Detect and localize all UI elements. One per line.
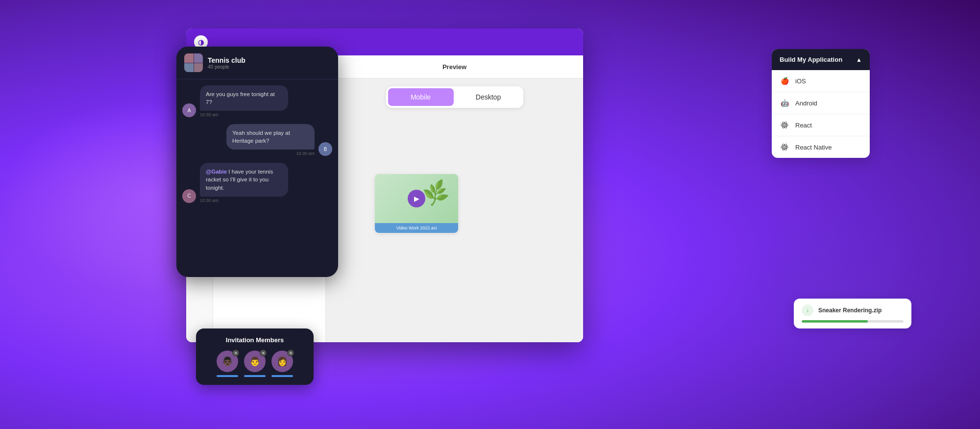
member-item-2: 👨 ✕ (244, 351, 266, 377)
msg-mention: @Gabie (206, 169, 227, 175)
msg-time-1: 10:30 am (200, 112, 288, 117)
group-name: Tennis club (208, 56, 245, 64)
tab-mobile[interactable]: Mobile (388, 88, 454, 106)
message-row-1: A Are you guys free tonight at 7? 10:30 … (182, 85, 332, 117)
tab-desktop[interactable]: Desktop (456, 88, 521, 106)
chat-phone: Tennis club 40 people A Are you guys fre… (176, 47, 338, 277)
msg-avatar-3: C (182, 189, 196, 203)
build-dropdown-header[interactable]: Build My Application ▲ (772, 49, 870, 70)
react-label: React (795, 122, 812, 129)
msg-avatar-1: A (182, 103, 196, 117)
member-bar-1 (217, 375, 238, 377)
react-icon (780, 120, 789, 130)
video-filename: Video Work 2022.avi (375, 223, 458, 233)
apple-icon: 🍎 (780, 76, 789, 86)
android-icon: 🤖 (780, 98, 789, 108)
invitation-title: Invitation Members (204, 336, 306, 344)
member-item-3: 👩 ✕ (271, 351, 293, 377)
android-label: Android (795, 100, 817, 107)
build-option-react[interactable]: React (772, 114, 870, 136)
bg-blob-right (735, 208, 931, 380)
invitation-card: Invitation Members 👨🏿 ✕ 👨 ✕ 👩 ✕ (196, 328, 314, 385)
build-option-react-native[interactable]: React Native (772, 136, 870, 158)
message-row-2: B Yeah should we play at Heritage park? … (182, 124, 332, 156)
download-filename: Sneaker Rendering.zip (818, 307, 882, 314)
msg-bubble-wrapper-2: Yeah should we play at Heritage park? 10… (226, 124, 315, 156)
build-dropdown-title: Build My Application (780, 56, 842, 63)
view-tabs: Mobile Desktop (386, 86, 523, 108)
msg-bubble-1: Are you guys free tonight at 7? (200, 85, 288, 111)
download-card: ↓ Sneaker Rendering.zip (794, 299, 911, 328)
member-avatar-3: 👩 ✕ (271, 351, 293, 372)
download-progress-fill (802, 320, 868, 323)
chevron-up-icon: ▲ (856, 56, 862, 63)
chat-header: Tennis club 40 people (176, 47, 338, 79)
svg-point-7 (784, 147, 785, 148)
preview-panel-header: Preview (326, 55, 583, 78)
member-bar-2 (244, 375, 266, 377)
msg-bubble-wrapper-1: Are you guys free tonight at 7? 10:30 am (200, 85, 288, 117)
build-dropdown: Build My Application ▲ 🍎 iOS 🤖 Android R… (772, 49, 870, 158)
msg-bubble-wrapper-3: @Gabie I have your tennis racket so I'll… (200, 163, 288, 202)
member-avatar-1: 👨🏿 ✕ (217, 351, 238, 372)
download-icon: ↓ (802, 304, 813, 316)
download-info-row: ↓ Sneaker Rendering.zip (802, 304, 904, 316)
video-thumbnail: 🌿 ▶ (375, 174, 458, 223)
ios-label: iOS (795, 77, 806, 85)
msg-bubble-2: Yeah should we play at Heritage park? (226, 124, 315, 150)
member-remove-3[interactable]: ✕ (287, 350, 294, 356)
msg-avatar-2: B (318, 142, 332, 156)
video-card: 🌿 ▶ Video Work 2022.avi (375, 174, 458, 233)
group-subtitle: 40 people (208, 64, 245, 70)
message-row-3: C @Gabie I have your tennis racket so I'… (182, 163, 332, 202)
group-avatar (184, 53, 203, 72)
chat-messages: A Are you guys free tonight at 7? 10:30 … (176, 79, 338, 209)
msg-bubble-3: @Gabie I have your tennis racket so I'll… (200, 163, 288, 196)
member-avatar-2: 👨 ✕ (244, 351, 266, 372)
leaf-decoration: 🌿 (420, 178, 451, 208)
react-native-icon (780, 142, 789, 152)
chat-group-info: Tennis club 40 people (208, 56, 245, 70)
member-remove-2[interactable]: ✕ (260, 350, 267, 356)
preview-title: Preview (442, 63, 466, 71)
build-option-android[interactable]: 🤖 Android (772, 92, 870, 114)
msg-time-2: 10:30 am (226, 151, 315, 156)
member-item-1: 👨🏿 ✕ (217, 351, 238, 377)
svg-point-3 (784, 125, 785, 126)
react-native-label: React Native (795, 144, 832, 151)
download-progress-bar (802, 320, 904, 323)
member-bar-3 (271, 375, 293, 377)
invitation-members: 👨🏿 ✕ 👨 ✕ 👩 ✕ (204, 351, 306, 377)
msg-time-3: 10:30 am (200, 198, 288, 203)
build-option-ios[interactable]: 🍎 iOS (772, 70, 870, 92)
preview-panel: Mobile Desktop 🌿 ▶ Video Work 2022.avi (326, 78, 583, 342)
member-remove-1[interactable]: ✕ (232, 350, 239, 356)
